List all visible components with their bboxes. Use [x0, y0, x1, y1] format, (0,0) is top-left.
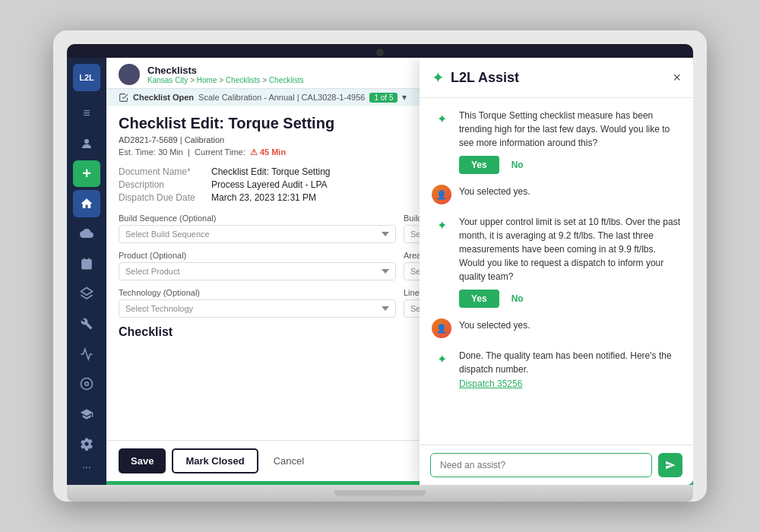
- dispatch-link[interactable]: Dispatch 35256: [459, 378, 522, 389]
- sidebar-item-settings[interactable]: [73, 430, 100, 458]
- current-time-value: ⚠: [250, 147, 258, 157]
- laptop-shell: L2L ≡ +: [53, 30, 707, 502]
- svg-point-6: [81, 378, 93, 390]
- svg-marker-5: [81, 288, 93, 296]
- msg-content-3: Your upper control limit is set at 10 ft…: [459, 215, 681, 308]
- avatar: [119, 64, 140, 85]
- breadcrumb-home[interactable]: Home: [197, 76, 217, 84]
- chevron-down-icon[interactable]: ▾: [402, 92, 407, 103]
- ai-sparkle-icon-3: ✦: [432, 349, 451, 369]
- webcam: [376, 49, 384, 56]
- chat-message-4: 👤 You selected yes.: [432, 318, 681, 338]
- sidebar-more-dots[interactable]: ···: [82, 461, 91, 473]
- ai-sparkle-icon-1: ✦: [432, 109, 451, 128]
- checklist-page-badge: 1 of 5: [369, 93, 397, 103]
- l2l-header: ✦ L2L Assist ×: [420, 58, 693, 98]
- product-label: Product (Optional): [119, 251, 396, 260]
- chat-message-2: 👤 You selected yes.: [432, 185, 681, 204]
- build-sequence-select[interactable]: Select Build Sequence: [119, 225, 396, 243]
- cancel-button[interactable]: Cancel: [264, 448, 313, 473]
- laptop-screen: L2L ≡ +: [67, 44, 693, 485]
- no-button-2[interactable]: No: [505, 290, 530, 308]
- sidebar-item-calendar[interactable]: [73, 250, 100, 277]
- tech-group: Technology (Optional) Select Technology: [119, 288, 396, 318]
- l2l-sparkle-icon: ✦: [432, 68, 445, 87]
- tech-label: Technology (Optional): [119, 288, 396, 297]
- checklist-status-badge: Checklist Open: [133, 93, 194, 102]
- user-avatar-1: 👤: [432, 185, 451, 204]
- msg-content-1: This Torque Setting checklist measure ha…: [459, 109, 681, 174]
- l2l-title: L2L Assist: [451, 70, 673, 86]
- product-group: Product (Optional) Select Product: [119, 251, 396, 280]
- sidebar-item-circle[interactable]: [73, 370, 100, 397]
- current-time-label: Current Time:: [195, 147, 245, 157]
- svg-rect-1: [81, 259, 92, 270]
- doc-name-label: Document Name*: [119, 166, 202, 177]
- l2l-send-button[interactable]: [658, 453, 682, 477]
- sidebar-item-layers[interactable]: [73, 280, 100, 308]
- yes-button-1[interactable]: Yes: [459, 156, 499, 174]
- msg-buttons-1: Yes No: [459, 156, 681, 174]
- mark-closed-button[interactable]: Mark Closed: [172, 448, 258, 473]
- breadcrumb-checklists2[interactable]: Checklists: [269, 76, 304, 84]
- ai-sparkle-icon-2: ✦: [432, 215, 451, 235]
- current-time-number: 45 Min: [260, 147, 286, 157]
- msg-buttons-2: Yes No: [459, 290, 681, 308]
- product-select[interactable]: Select Product: [119, 262, 396, 280]
- checklist-name: Scale Calibration - Annual | CAL3028-1-4…: [198, 93, 365, 102]
- msg-text-2: You selected yes.: [459, 185, 681, 198]
- user-avatar-2: 👤: [432, 318, 451, 338]
- breadcrumb-checklists1[interactable]: Checklists: [226, 76, 261, 84]
- main-content: Checklists Kansas City > Home > Checklis…: [106, 58, 693, 485]
- l2l-input-field[interactable]: [430, 453, 652, 477]
- header-title-section: Checklists Kansas City > Home > Checklis…: [147, 65, 303, 84]
- sidebar-item-user[interactable]: [73, 130, 100, 157]
- build-sequence-label: Build Sequence (Optional): [119, 214, 396, 223]
- msg-text-4: You selected yes.: [459, 318, 681, 332]
- chat-message-1: ✦ This Torque Setting checklist measure …: [432, 109, 681, 174]
- msg-content-2: You selected yes.: [459, 185, 681, 198]
- svg-point-7: [85, 382, 89, 386]
- chat-message-3: ✦ Your upper control limit is set at 10 …: [432, 215, 681, 308]
- section-title: Checklists: [147, 65, 303, 76]
- sidebar-item-chart[interactable]: [73, 340, 100, 368]
- tech-select[interactable]: Select Technology: [119, 299, 396, 318]
- msg-content-4: You selected yes.: [459, 318, 681, 332]
- sidebar-item-menu[interactable]: ≡: [73, 100, 100, 128]
- sidebar-item-home[interactable]: [73, 190, 100, 217]
- laptop-base: [67, 485, 693, 502]
- app-screen: L2L ≡ +: [67, 58, 693, 485]
- checklist-icon: [119, 93, 128, 103]
- msg-text-1: This Torque Setting checklist measure ha…: [459, 109, 681, 150]
- l2l-chat-area: ✦ This Torque Setting checklist measure …: [420, 98, 693, 445]
- sidebar: L2L ≡ +: [67, 58, 106, 485]
- yes-button-2[interactable]: Yes: [459, 290, 499, 308]
- chat-message-5: ✦ Done. The quality team has been notifi…: [432, 349, 681, 390]
- no-button-1[interactable]: No: [505, 156, 530, 174]
- l2l-input-area: [420, 445, 693, 485]
- l2l-close-button[interactable]: ×: [673, 70, 681, 86]
- msg-text-3: Your upper control limit is set at 10 ft…: [459, 215, 681, 283]
- save-button[interactable]: Save: [119, 448, 166, 473]
- build-sequence-group: Build Sequence (Optional) Select Build S…: [119, 214, 396, 243]
- sidebar-item-wrench[interactable]: [73, 310, 100, 337]
- sidebar-item-add[interactable]: +: [73, 160, 100, 188]
- sidebar-item-education[interactable]: [73, 401, 100, 428]
- breadcrumb: Kansas City > Home > Checklists > Checkl…: [147, 76, 303, 84]
- msg-content-5: Done. The quality team has been notified…: [459, 349, 681, 390]
- desc-label: Description: [119, 179, 202, 190]
- laptop-notch: [334, 490, 426, 496]
- dispatch-date-label: Dispatch Due Date: [119, 192, 202, 203]
- l2l-assist-panel: ✦ L2L Assist × ✦ This Torque Setting che…: [420, 58, 693, 485]
- done-text: Done. The quality team has been notified…: [459, 349, 681, 376]
- breadcrumb-kansas-city[interactable]: Kansas City: [147, 76, 188, 84]
- sidebar-item-cloud[interactable]: [73, 220, 100, 248]
- svg-point-0: [84, 139, 89, 144]
- app-logo[interactable]: L2L: [73, 64, 100, 91]
- est-time: Est. Time: 30 Min: [119, 147, 183, 157]
- send-icon: [665, 460, 676, 470]
